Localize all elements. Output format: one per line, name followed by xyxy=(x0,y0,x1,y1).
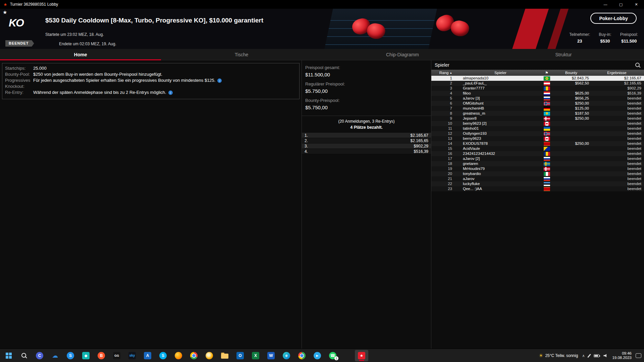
table-row[interactable]: 11 tatinho01 beendet xyxy=(431,126,644,131)
player-rank: 16 xyxy=(431,151,460,156)
player-rank: 6 xyxy=(431,101,460,106)
table-row[interactable]: 2 _pauL€FauL_ $562,50 $2.165,65 xyxy=(431,81,644,86)
search-icon[interactable] xyxy=(635,62,641,68)
country-flag-icon xyxy=(544,132,550,136)
table-row[interactable]: 17 aJarov [2] beendet xyxy=(431,156,644,161)
minimize-button[interactable]: — xyxy=(598,0,613,9)
country-flag-icon xyxy=(544,122,550,126)
tab-home[interactable]: Home xyxy=(0,49,161,60)
volume-icon[interactable] xyxy=(603,354,608,358)
table-row[interactable]: 20 tonybardio beendet xyxy=(431,171,644,176)
info-row: Progressives Knockout: Für jeden ausgesc… xyxy=(5,77,297,89)
outlook-app[interactable]: O xyxy=(233,350,247,361)
tray-date: 19.08.2023 xyxy=(612,356,632,360)
onedrive-app[interactable]: ☁ xyxy=(48,350,62,361)
payout-amount: $516,39 xyxy=(414,149,428,154)
country-flag-icon xyxy=(544,187,550,191)
clock[interactable]: 09:46 19.08.2023 xyxy=(612,351,632,360)
table-row[interactable]: 12 Ostlyngen193 beendet xyxy=(431,131,644,136)
chrome-beta-app-icon xyxy=(298,352,306,359)
blue-app[interactable]: A xyxy=(141,350,154,361)
table-row[interactable]: 14 EXODUS7878 $250,00 beendet xyxy=(431,141,644,146)
word-app[interactable]: W xyxy=(264,350,278,361)
player-bounty: $562,50 xyxy=(553,81,590,86)
table-row[interactable]: 18 gnetaren beendet xyxy=(431,161,644,166)
column-header-bounty[interactable]: Bounty xyxy=(553,70,590,76)
close-button[interactable]: ✕ xyxy=(629,0,644,9)
payout-place: 4. xyxy=(305,149,308,154)
skype-app[interactable]: S xyxy=(156,350,170,361)
player-name: filioo xyxy=(460,91,541,96)
regular-prize-label: Regulärer Preispool: xyxy=(305,81,428,86)
column-header-rank[interactable]: Rang ▲ xyxy=(431,70,460,76)
tab-chip-diagramm[interactable]: Chip-Diagramm xyxy=(322,49,483,60)
table-row[interactable]: 7 munchenHB $125,00 beendet xyxy=(431,106,644,111)
table-row[interactable]: 5 aJarov [3] $656,25 beendet xyxy=(431,96,644,101)
sun-icon: ☀ xyxy=(539,353,543,359)
player-name: aJarov [2] xyxy=(460,156,541,161)
table-row[interactable]: 9 Jepser8 $250,00 beendet xyxy=(431,116,644,121)
notification-icon[interactable] xyxy=(636,353,641,358)
stat-participants: Teilnehmer: 23 xyxy=(569,32,590,44)
edge-app[interactable]: e xyxy=(280,350,293,361)
player-result: beendet xyxy=(590,156,644,161)
diamond-app[interactable]: ◆ xyxy=(79,350,93,361)
search-button[interactable] xyxy=(17,350,31,361)
tray-expand-chevron-icon[interactable]: ∧ xyxy=(582,354,585,358)
info-label: Bounty-Pool: xyxy=(5,71,33,77)
column-header-results[interactable]: Ergebnisse xyxy=(590,70,644,76)
info-icon[interactable]: i xyxy=(168,90,173,95)
chrome-canary-app[interactable] xyxy=(203,350,216,361)
table-row[interactable]: 13 berny9623 beendet xyxy=(431,136,644,141)
country-flag-icon xyxy=(544,107,550,111)
file-explorer-icon xyxy=(221,354,228,359)
info-icon[interactable]: i xyxy=(217,78,222,83)
table-row[interactable]: 19 MrHoudini79 beendet xyxy=(431,166,644,171)
table-row[interactable]: 1 almapenada10 $2.843,75 $2.165,67 xyxy=(431,76,644,81)
column-header-player[interactable]: Spieler xyxy=(460,70,541,76)
whatsapp-app[interactable]: ☎1 xyxy=(326,350,339,361)
table-row[interactable]: 22 luckyfluke beendet xyxy=(431,181,644,186)
chrome-beta-app[interactable] xyxy=(295,350,309,361)
ggpoker-app[interactable]: GG xyxy=(110,350,123,361)
player-result: beendet xyxy=(590,161,644,166)
chat-app[interactable]: C xyxy=(33,350,46,361)
file-explorer[interactable] xyxy=(218,350,231,361)
status-badge: BEENDET xyxy=(5,40,34,47)
weather-widget[interactable]: ☀ 25°C Teilw. sonnig xyxy=(539,353,578,359)
table-row[interactable]: 6 OMGitshunt $250,00 beendet xyxy=(431,101,644,106)
start-button[interactable] xyxy=(2,350,15,361)
brave-app[interactable]: B xyxy=(95,350,108,361)
players-panel-title: Spieler xyxy=(435,62,449,68)
chrome-app[interactable] xyxy=(187,350,201,361)
sky-app[interactable]: sky xyxy=(125,350,139,361)
tab-tische[interactable]: Tische xyxy=(161,49,322,60)
battery-icon[interactable] xyxy=(594,354,599,357)
tab-label: Struktur xyxy=(555,52,572,57)
table-row[interactable]: 16 234241234214432 beendet xyxy=(431,151,644,156)
table-row[interactable]: 21 aJarov beendet xyxy=(431,176,644,181)
column-header-flag[interactable]: ⚑ xyxy=(541,70,553,76)
browser-app[interactable]: S xyxy=(64,350,77,361)
word-app-icon: W xyxy=(267,352,275,359)
table-row[interactable]: 23 Qee... :)AA beendet xyxy=(431,186,644,191)
player-result: beendet xyxy=(590,176,644,181)
tray-time: 09:46 xyxy=(622,351,632,356)
tab-struktur[interactable]: Struktur xyxy=(483,49,644,60)
maximize-button[interactable]: ▢ xyxy=(613,0,629,9)
table-row[interactable]: 15 AcidVaule beendet xyxy=(431,146,644,151)
excel-app[interactable]: X xyxy=(249,350,262,361)
table-row[interactable]: 10 berny9623 [2] beendet xyxy=(431,121,644,126)
table-row[interactable]: 8 greatness_m $187,50 beendet xyxy=(431,111,644,116)
poker-lobby-button[interactable]: Poker-Lobby xyxy=(590,13,637,24)
player-name: OMGitshunt xyxy=(460,101,541,106)
payout-amount: $2.165,65 xyxy=(411,138,428,143)
red-band-art xyxy=(510,9,550,49)
table-row[interactable]: 4 filioo $625,00 $516,39 xyxy=(431,91,644,96)
telegram-app[interactable]: ▶ xyxy=(311,350,324,361)
unread-badge: 1 xyxy=(334,356,338,360)
table-row[interactable]: 3 Granter7777 $902,29 xyxy=(431,86,644,91)
firefox-app[interactable] xyxy=(172,350,185,361)
pen-icon[interactable] xyxy=(588,354,591,358)
pokerstars-app[interactable]: ★ xyxy=(355,350,368,361)
